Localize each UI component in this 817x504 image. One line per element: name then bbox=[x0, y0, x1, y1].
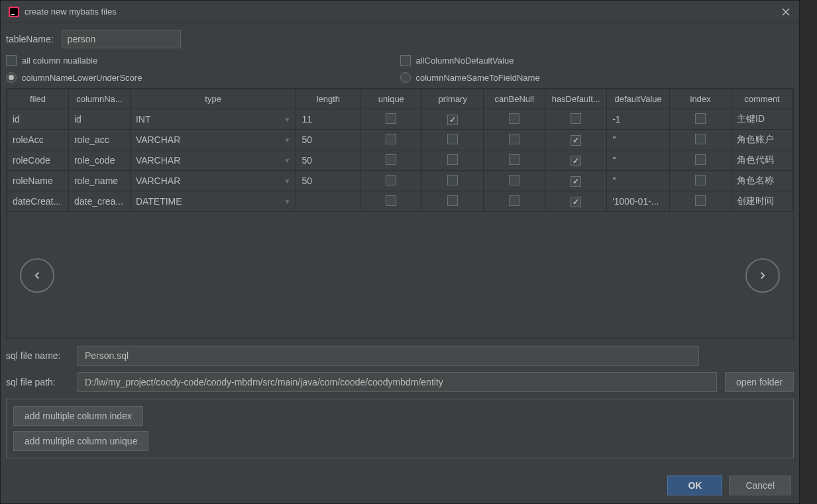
chevron-down-icon: ▼ bbox=[284, 116, 291, 123]
cell-comment[interactable]: 角色代码 bbox=[737, 154, 787, 166]
checkbox-icon[interactable] bbox=[447, 175, 458, 185]
chevron-down-icon: ▼ bbox=[284, 198, 291, 205]
header-columnname[interactable]: columnNa... bbox=[68, 89, 130, 109]
checkbox-icon[interactable] bbox=[571, 113, 581, 124]
table-nav-area bbox=[7, 212, 793, 338]
add-multi-index-button[interactable]: add multiple column index bbox=[13, 406, 143, 426]
cell-type[interactable]: DATETIME▼ bbox=[136, 196, 291, 207]
checkbox-icon[interactable] bbox=[509, 195, 519, 206]
checkbox-icon[interactable] bbox=[571, 176, 581, 187]
checkbox-icon[interactable] bbox=[695, 154, 706, 165]
cell-comment[interactable]: 角色账户 bbox=[737, 134, 787, 146]
checkbox-icon bbox=[6, 55, 17, 66]
checkbox-icon[interactable] bbox=[509, 175, 519, 185]
cell-length[interactable]: 50 bbox=[301, 155, 312, 166]
checkbox-icon[interactable] bbox=[695, 195, 706, 206]
checkbox-icon[interactable] bbox=[571, 197, 581, 207]
table-row[interactable]: roleNamerole_nameVARCHAR▼50''角色名称 bbox=[7, 171, 793, 191]
cell-field: roleCode bbox=[13, 155, 63, 166]
radio-icon bbox=[400, 72, 411, 83]
dialog-buttons: OK Cancel bbox=[1, 472, 799, 503]
cell-defaultvalue[interactable]: '1000-01-... bbox=[612, 196, 664, 207]
cell-field: id bbox=[13, 114, 63, 125]
chevron-down-icon: ▼ bbox=[284, 177, 291, 185]
sql-file-path-label: sql file path: bbox=[6, 377, 70, 387]
table-header-row: filed columnNa... type length unique pri… bbox=[7, 89, 793, 109]
header-hasdefault[interactable]: hasDefault... bbox=[545, 89, 607, 109]
checkbox-icon[interactable] bbox=[571, 135, 581, 146]
checkbox-icon[interactable] bbox=[386, 134, 396, 144]
app-icon bbox=[9, 7, 19, 17]
checkbox-icon[interactable] bbox=[447, 195, 458, 206]
cell-length[interactable]: 50 bbox=[301, 134, 312, 145]
all-column-nullable-option[interactable]: all column nuallable bbox=[6, 55, 400, 66]
checkbox-icon[interactable] bbox=[386, 175, 396, 185]
dialog-content: tableName: all column nuallable columnNa… bbox=[1, 23, 799, 472]
cell-defaultvalue[interactable]: '' bbox=[612, 176, 664, 186]
checkbox-icon[interactable] bbox=[571, 156, 581, 166]
open-folder-button[interactable]: open folder bbox=[725, 372, 794, 392]
cell-comment[interactable]: 主键ID bbox=[737, 113, 787, 125]
cell-comment[interactable]: 角色名称 bbox=[737, 175, 787, 187]
table-row[interactable]: ididINT▼11-1主键ID bbox=[7, 109, 793, 130]
header-unique[interactable]: unique bbox=[360, 89, 422, 109]
radio-icon bbox=[6, 72, 17, 83]
column-name-same-to-field-option[interactable]: columnNameSameToFieldName bbox=[400, 72, 794, 83]
cancel-button[interactable]: Cancel bbox=[729, 476, 791, 495]
checkbox-icon[interactable] bbox=[386, 113, 396, 124]
cell-defaultvalue[interactable]: '' bbox=[612, 155, 664, 166]
checkbox-icon[interactable] bbox=[447, 134, 458, 144]
cell-type[interactable]: INT▼ bbox=[136, 114, 291, 125]
add-multi-unique-button[interactable]: add multiple column unique bbox=[13, 431, 148, 451]
checkbox-icon[interactable] bbox=[695, 134, 706, 144]
checkbox-icon[interactable] bbox=[695, 113, 706, 124]
checkbox-icon[interactable] bbox=[447, 154, 458, 165]
tablename-input[interactable] bbox=[62, 30, 181, 48]
checkbox-icon[interactable] bbox=[386, 195, 396, 206]
dialog-title: create new mybatis files bbox=[25, 7, 781, 17]
header-primary[interactable]: primary bbox=[422, 89, 484, 109]
header-type[interactable]: type bbox=[130, 89, 296, 109]
checkbox-icon[interactable] bbox=[695, 175, 706, 185]
header-canbenull[interactable]: canBeNull bbox=[484, 89, 545, 109]
checkbox-icon[interactable] bbox=[447, 115, 458, 125]
cell-length[interactable]: 11 bbox=[301, 114, 312, 125]
close-icon[interactable] bbox=[781, 7, 791, 17]
option-label: columnNameSameToFieldName bbox=[416, 73, 540, 83]
cell-field: roleAcc bbox=[13, 134, 63, 145]
prev-button[interactable] bbox=[20, 258, 54, 293]
checkbox-icon[interactable] bbox=[386, 154, 396, 165]
cell-defaultvalue[interactable]: '' bbox=[612, 134, 664, 145]
sql-file-path-input[interactable] bbox=[78, 372, 717, 392]
index-actions-box: add multiple column index add multiple c… bbox=[6, 399, 794, 458]
next-button[interactable] bbox=[745, 258, 780, 293]
checkbox-icon[interactable] bbox=[509, 113, 519, 124]
cell-columnname: date_crea... bbox=[74, 196, 125, 207]
header-comment[interactable]: comment bbox=[732, 89, 793, 109]
cell-type[interactable]: VARCHAR▼ bbox=[136, 134, 291, 145]
columns-table: filed columnNa... type length unique pri… bbox=[7, 89, 793, 212]
cell-defaultvalue[interactable]: -1 bbox=[612, 114, 664, 125]
table-row[interactable]: roleCoderole_codeVARCHAR▼50''角色代码 bbox=[7, 150, 793, 171]
header-index[interactable]: index bbox=[670, 89, 732, 109]
cell-length[interactable]: 50 bbox=[301, 176, 312, 186]
header-length[interactable]: length bbox=[296, 89, 360, 109]
all-column-no-default-option[interactable]: allColumnNoDefaultValue bbox=[400, 55, 794, 66]
table-row[interactable]: roleAccrole_accVARCHAR▼50''角色账户 bbox=[7, 130, 793, 150]
checkbox-icon[interactable] bbox=[509, 134, 519, 144]
ok-button[interactable]: OK bbox=[667, 476, 722, 495]
sql-file-name-input[interactable] bbox=[78, 346, 699, 366]
cell-type[interactable]: VARCHAR▼ bbox=[136, 176, 291, 186]
dialog: create new mybatis files tableName: all … bbox=[0, 0, 800, 504]
cell-type[interactable]: VARCHAR▼ bbox=[136, 155, 291, 166]
option-label: allColumnNoDefaultValue bbox=[416, 56, 514, 66]
table-row[interactable]: dateCreat...date_crea...DATETIME▼'1000-0… bbox=[7, 191, 793, 212]
columns-table-wrap: filed columnNa... type length unique pri… bbox=[6, 88, 794, 339]
column-name-lower-underscore-option[interactable]: columnNameLowerUnderScore bbox=[6, 72, 400, 83]
cell-columnname: role_acc bbox=[74, 134, 125, 145]
cell-comment[interactable]: 创建时间 bbox=[737, 195, 787, 207]
cell-columnname: id bbox=[74, 114, 125, 125]
header-field[interactable]: filed bbox=[7, 89, 69, 109]
checkbox-icon[interactable] bbox=[509, 154, 519, 165]
header-defaultvalue[interactable]: defaultValue bbox=[607, 89, 670, 109]
